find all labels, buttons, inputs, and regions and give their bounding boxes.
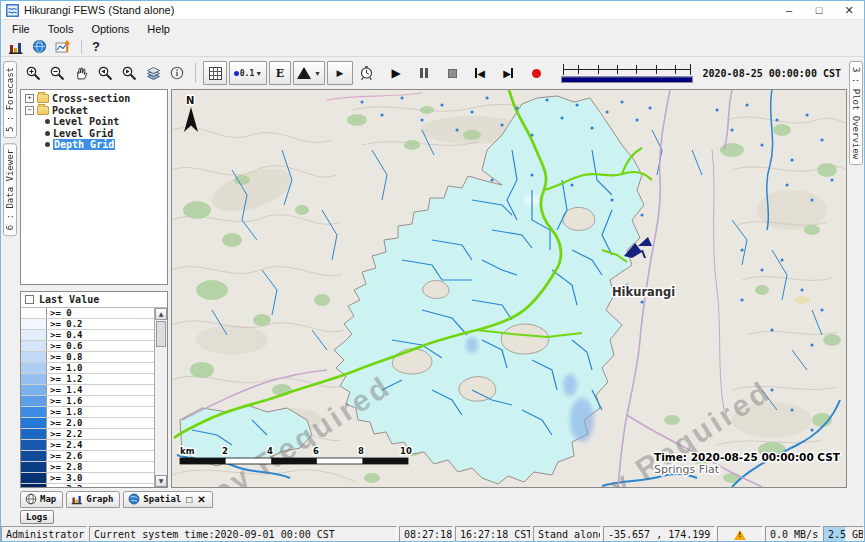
legend-row[interactable]: >= 1.4 <box>21 385 154 396</box>
panel-close-icon[interactable]: ✕ <box>197 494 205 505</box>
bullet-icon <box>45 119 50 124</box>
zoom-next-icon[interactable] <box>118 61 140 85</box>
panel-maximize-icon[interactable]: □ <box>186 494 192 505</box>
status-system-time: Current system time:2020-09-01 00:00 CST <box>89 526 397 542</box>
classbreaks-dropdown[interactable]: 0.1 ▼ <box>229 61 267 85</box>
bullet-icon <box>45 142 50 147</box>
scroll-up-icon[interactable]: ▲ <box>155 308 167 320</box>
legend-swatch <box>21 385 47 395</box>
collapse-icon[interactable]: − <box>25 106 34 115</box>
logs-button[interactable]: Logs <box>20 510 54 524</box>
legend-label: >= 2.0 <box>47 418 154 428</box>
tab-data-viewer[interactable]: 6 : Data Viewer <box>3 143 17 236</box>
play-button[interactable]: ▶ <box>385 61 407 85</box>
legend-label: >= 0.6 <box>47 341 154 351</box>
tree-item-level-grid[interactable]: Level Grid <box>21 128 167 140</box>
legend-label: >= 1.2 <box>47 374 154 384</box>
legend-swatch <box>21 363 47 373</box>
timeseries-display-icon[interactable] <box>55 39 71 55</box>
grid-display-icon[interactable] <box>203 61 227 85</box>
fews-application-window: { "window": { "title": "Hikurangi FEWS (… <box>0 0 865 542</box>
zoom-previous-icon[interactable] <box>94 61 116 85</box>
last-value-checkbox[interactable] <box>25 295 34 304</box>
menu-help[interactable]: Help <box>138 20 179 37</box>
legend-row[interactable]: >= 0.6 <box>21 341 154 352</box>
main-row: 5 : Forecast 6 : Data Viewer <box>1 57 864 525</box>
legend-row[interactable]: >= 2.4 <box>21 440 154 451</box>
legend-row[interactable]: >= 1.0 <box>21 363 154 374</box>
pan-icon[interactable] <box>70 61 92 85</box>
warning-icon <box>734 530 746 540</box>
explorer-icon[interactable] <box>8 39 24 55</box>
legend-row[interactable]: >= 3.0 <box>21 473 154 484</box>
status-warning-cell[interactable] <box>717 526 763 542</box>
status-user: Administrator <box>1 526 87 542</box>
menu-options[interactable]: Options <box>82 20 138 37</box>
tree-item-level-point[interactable]: Level Point <box>21 116 167 128</box>
scroll-thumb[interactable] <box>156 321 166 347</box>
legend-swatch <box>21 451 47 461</box>
legend-row[interactable]: >= 2.2 <box>21 429 154 440</box>
legend-label: >= 1.0 <box>47 363 154 373</box>
main-toolbar: ? <box>1 37 864 57</box>
tab-plot-overview[interactable]: 3 : Plot Overview <box>849 61 863 165</box>
tab-forecast[interactable]: 5 : Forecast <box>3 61 17 138</box>
legend-row[interactable]: >= 2.8 <box>21 462 154 473</box>
legend-header: Last Value <box>21 292 167 307</box>
timeline-slider[interactable] <box>559 61 695 85</box>
step-back-button[interactable]: ◀ <box>469 61 491 85</box>
animation-clock-icon[interactable] <box>355 61 377 85</box>
title-bar: Hikurangi FEWS (Stand alone) – □ ✕ <box>1 1 864 19</box>
record-button[interactable] <box>525 61 547 85</box>
legend-row[interactable]: >= 3.2 <box>21 484 154 487</box>
legend-swatch <box>21 473 47 483</box>
expand-icon[interactable]: + <box>25 94 34 103</box>
layers-icon[interactable] <box>142 61 164 85</box>
legend-label: >= 2.2 <box>47 429 154 439</box>
toolbar-separator <box>195 63 196 83</box>
center-column: 0.1 ▼ E ▼ ▶ ▶ ◀ ▶ <box>18 57 847 525</box>
legend-row[interactable]: >= 1.8 <box>21 407 154 418</box>
step-forward-button[interactable]: ▶ <box>497 61 519 85</box>
maximize-button[interactable]: □ <box>804 1 834 19</box>
movie-player-icon[interactable]: ▶ <box>327 61 353 85</box>
menu-file[interactable]: File <box>3 20 39 37</box>
zoom-out-icon[interactable] <box>46 61 68 85</box>
legend-panel: Last Value >= 0>= 0.2>= 0.4>= 0.6>= 0.8>… <box>20 291 168 488</box>
tab-spatial[interactable]: Spatial □ ✕ <box>123 491 212 508</box>
tab-graph[interactable]: Graph <box>66 491 120 508</box>
legend-label: >= 2.4 <box>47 440 154 450</box>
warning-dropdown[interactable]: ▼ <box>293 61 325 85</box>
legend-row[interactable]: >= 1.2 <box>21 374 154 385</box>
legend-row[interactable]: >= 1.6 <box>21 396 154 407</box>
help-icon[interactable]: ? <box>92 39 100 54</box>
map-toolbar: 0.1 ▼ E ▼ ▶ ▶ ◀ ▶ <box>18 57 847 89</box>
tree-item-depth-grid[interactable]: Depth Grid <box>21 139 167 151</box>
legend-row[interactable]: >= 0.2 <box>21 319 154 330</box>
legend-row[interactable]: >= 2.0 <box>21 418 154 429</box>
legend-swatch <box>21 341 47 351</box>
legend-swatch <box>21 462 47 472</box>
status-bar: Administrator Current system time:2020-0… <box>1 525 864 542</box>
legend-row[interactable]: >= 0.8 <box>21 352 154 363</box>
info-icon[interactable] <box>166 61 188 85</box>
tree-item-pocket[interactable]: − Pocket <box>21 105 167 117</box>
globe-icon <box>128 493 140 505</box>
legend-scrollbar[interactable]: ▲ ▼ <box>154 308 167 487</box>
close-button[interactable]: ✕ <box>834 1 864 19</box>
menu-tools[interactable]: Tools <box>39 20 83 37</box>
stop-button[interactable] <box>441 61 463 85</box>
layer-tree: + Cross-section − Pocket Level Point <box>20 89 168 285</box>
window-controls: – □ ✕ <box>774 1 864 19</box>
scroll-down-icon[interactable]: ▼ <box>155 475 167 487</box>
pause-button[interactable] <box>413 61 435 85</box>
legend-row[interactable]: >= 0.4 <box>21 330 154 341</box>
tab-map[interactable]: Map <box>20 491 63 508</box>
map-display-icon[interactable] <box>32 39 47 54</box>
minimize-button[interactable]: – <box>774 1 804 19</box>
legend-toggle-icon[interactable]: E <box>269 61 291 85</box>
zoom-in-icon[interactable] <box>22 61 44 85</box>
legend-row[interactable]: >= 0 <box>21 308 154 319</box>
legend-row[interactable]: >= 2.6 <box>21 451 154 462</box>
map-view[interactable]: API Key Required API Key Required Hikura… <box>171 89 847 488</box>
